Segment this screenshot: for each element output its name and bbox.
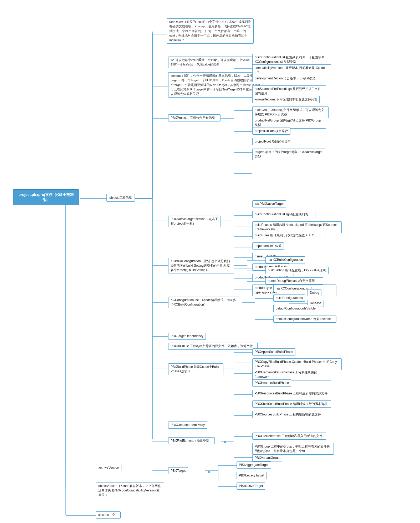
build-setting-node: buildSetting 编译配置项，key - value形式 bbox=[265, 267, 329, 274]
build-config-list2-node: buildConfigurationList 编译配置项列表 bbox=[252, 211, 315, 218]
isa-pbxnative-node: isa PBXNativeTarget bbox=[252, 200, 286, 207]
dependencies-node: dependencies 依赖 bbox=[252, 242, 284, 250]
build-rules-node: buildRules 编译规则，代码规范检查？？？ bbox=[252, 232, 326, 239]
product-ref-group-node: productRefGroup 编译后的输出文件 PBXGroup 类型 bbox=[252, 117, 326, 129]
pbxtargetdependency-node: PBXTargetDependency bbox=[168, 333, 206, 340]
classes-node: classes（空） bbox=[96, 511, 121, 519]
isa-xcconfiglist-node: isa XCConfigurationList bbox=[273, 285, 311, 292]
pbxcontainer-node: PBXContainerItemProxy bbox=[168, 422, 207, 429]
mindmap-container: rootObject（对应的96bit的24个字符UUID，具体生成规则没有确切… bbox=[5, 5, 415, 521]
pbxframeworks-node: PBXFrameworksBuildPhase 工程构建所需的framework bbox=[252, 369, 331, 380]
isa-description: isa 可以把每个value看做一个对象，可以发现每一个value都有一个isa… bbox=[168, 57, 252, 68]
build-configurations-node: buildConfigurations bbox=[273, 294, 305, 302]
pbxfileelement-node: PBXFileElement（抽象类型） bbox=[168, 437, 215, 444]
pbxnativetarget2-node: PBXNativeTarget bbox=[237, 483, 265, 490]
objects-node: objects工程信息 bbox=[106, 194, 135, 202]
object-version-node: objectVersion（Xcode兼容版本？？？官网也没具体说 参考Xcod… bbox=[96, 483, 164, 498]
debug-item: Debug bbox=[308, 289, 321, 296]
pbxaggregatetarget-node: PBXAggregateTarget bbox=[237, 461, 271, 469]
development-region-node: developmentRegion 语言版本，English英语 bbox=[252, 75, 318, 82]
build-config-list-node: buildConfigurationList 配置列表 指向一个配置字典 XCC… bbox=[252, 54, 331, 65]
pbxlegacytarget-node: PBXLegacyTarget bbox=[237, 472, 267, 479]
targets-node: targets 项目下的N个target对象 PBXNativeTarget类型 bbox=[252, 149, 326, 160]
archive-version-node: archiveVersion bbox=[96, 464, 121, 471]
pbxfileelement-dot bbox=[224, 441, 226, 443]
pbxapplescript-node: PBXAppleScriptBuildPhase bbox=[252, 348, 295, 356]
pbxgroup-node: PBXGroup 工程中的Group，平时工程中看见的文件夹图标的分组，根目录本… bbox=[252, 443, 334, 455]
pbxshellscript-node: PBXShellScriptBuildPhase 编译时候执行的脚本选项 bbox=[252, 400, 331, 408]
pbxfilereference-node: PBXFileReference 工程创建和导入的所有的文件 bbox=[252, 433, 326, 440]
default-config-visible-node: defaultConfigurationIsVisible bbox=[273, 305, 318, 312]
known-regions-node: knownRegions 不同区域的本地资源文件列表 bbox=[252, 96, 320, 103]
pbxbuildfile-node: PBXBuildFile 工程构建所需要的源文件，依赖库，资源文件 bbox=[168, 343, 258, 350]
build-phases-node: buildPhases 编译步骤 先check pod 再shellscript… bbox=[252, 221, 342, 233]
default-config-name-node: defaultConfigurationName 例如 release bbox=[273, 316, 336, 323]
xcbuildconfig-node: XCBuildConfiguration（没错 这个就是我们经常看见的build… bbox=[168, 258, 234, 273]
pbxtarget-node: PBXTarget bbox=[168, 467, 188, 474]
pbxcopyfiles-node: PBXCopyFilesBuildPhase Xcode中Build Phase… bbox=[252, 358, 342, 370]
root-node: project.pbxproj文件（iOS小熊制作） bbox=[13, 189, 79, 205]
top-info-box: rootObject（对应的96bit的24个字符UUID，具体生成规则没有确切… bbox=[167, 18, 254, 44]
project-dir-path-node: projectDirPath 项目路径 bbox=[252, 128, 290, 135]
pbxproject-node: PBXProject（工程包含所有信息） bbox=[168, 114, 221, 121]
pbxnative-node: PBXNativeTarget section（点击工程project那一栏） bbox=[168, 216, 221, 227]
isa-xcbuild-node: isa XCBuildConfiguration bbox=[265, 256, 305, 263]
pbxresources-node: PBXResourcesBuildPhase 工程构建所需的资源文件 bbox=[252, 390, 331, 397]
pbxbuildphase-node: PBXBuildPhase 就是Xcode中Build Phases选项卡 bbox=[168, 363, 223, 375]
pbxsources-node: PBXSourcesBuildPhase 工程构建所需的源文件 bbox=[252, 411, 331, 418]
compatibility-version-node: compatibilityVersion（兼容版本 目前看来是 Xcode 3.… bbox=[252, 64, 331, 76]
has-scanned-node: hasScannedForEncodings 是否已经扫描了文件编码信息 bbox=[252, 85, 326, 97]
xcconfiglist-node: XCConfigurationList（Xcode编译模式，指向多个XCBuil… bbox=[168, 297, 239, 308]
pbxvariantgroup-node: PBXVariantGroup bbox=[252, 454, 282, 461]
project-root-node: projectRoot 项目的根目录 bbox=[252, 138, 293, 145]
name-debug-node: name Debug/Release/自定义等等 bbox=[265, 277, 323, 285]
pbxheaders-node: PBXHeadersBuildPhase bbox=[252, 379, 291, 387]
main-group-node: mainGroup Xcode的文件组织形式，可以理解为文件层次 PBXGrou… bbox=[252, 106, 329, 118]
pbxtarget-dot bbox=[208, 471, 210, 473]
